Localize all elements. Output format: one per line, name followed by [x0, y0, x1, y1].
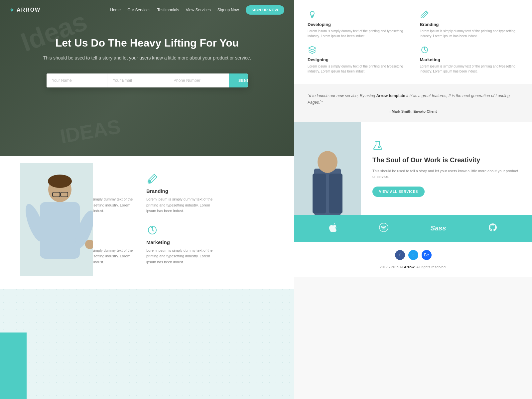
right-marketing-title: Marketing — [420, 57, 519, 62]
right-panel: Developing Lorem ipsum is simply dummy t… — [294, 0, 532, 399]
svg-rect-26 — [313, 174, 326, 213]
logo: ⌖ ARROW — [10, 7, 41, 14]
send-now-button[interactable]: SEND NOW! — [229, 73, 248, 87]
footer-section: f t Be 2017 - 2019 © Arrow. All rights r… — [294, 242, 532, 277]
footer-copyright: 2017 - 2019 © Arrow. All rights reserved… — [308, 265, 519, 269]
brush-icon — [146, 173, 158, 185]
person-svg — [20, 163, 93, 276]
svg-point-22 — [424, 48, 425, 49]
right-services-section: Developing Lorem ipsum is simply dummy t… — [294, 0, 532, 84]
footer-brand: Arrow — [404, 265, 415, 269]
right-service-developing: Developing Lorem ipsum is simply dummy t… — [308, 10, 407, 39]
nav-signup-now[interactable]: Signup Now — [217, 8, 239, 12]
facebook-icon[interactable]: f — [395, 250, 405, 260]
right-branding-title: Branding — [420, 22, 519, 27]
svg-marker-20 — [309, 46, 316, 50]
logo-text: ARROW — [17, 7, 41, 13]
chart-icon — [146, 224, 158, 236]
testimonial-highlight: Arrow template — [376, 93, 405, 98]
nav-links: Home Our Services Testimonials View Serv… — [110, 5, 284, 15]
email-input[interactable] — [107, 73, 168, 87]
svg-point-25 — [318, 151, 337, 173]
person-image — [20, 163, 93, 276]
brands-section: Sass — [294, 215, 532, 242]
right-layers-icon — [308, 45, 317, 55]
logo-icon: ⌖ — [10, 7, 14, 14]
creativity-image — [294, 122, 361, 215]
spotify-logo — [379, 223, 388, 234]
right-developing-desc: Lorem ipsum is simply dummy text of the … — [308, 29, 407, 39]
hero-content: Let Us Do The Heavy Lifting For You This… — [0, 20, 294, 87]
page-wrapper: Ideas IDEAS ⌖ ARROW Home Our Services Te… — [0, 0, 532, 399]
service-marketing-title: Marketing — [146, 239, 213, 245]
right-brush-icon — [420, 10, 429, 19]
sass-logo: Sass — [431, 224, 446, 232]
creativity-person-svg — [294, 122, 361, 215]
right-marketing-desc: Lorem ipsum is simply dummy text of the … — [420, 64, 519, 74]
right-designing-desc: Lorem ipsum is simply dummy text of the … — [308, 64, 407, 74]
creativity-section: The Soul of Our Work is Creativity This … — [294, 122, 532, 215]
svg-point-17 — [310, 11, 314, 15]
hero-form: SEND NOW! — [47, 73, 248, 87]
apple-logo — [329, 223, 337, 234]
svg-point-29 — [378, 147, 379, 148]
flask-icon — [372, 140, 383, 151]
left-panel: Ideas IDEAS ⌖ ARROW Home Our Services Te… — [0, 0, 294, 399]
svg-point-16 — [152, 227, 153, 228]
creativity-desc: This should be used to tell a story and … — [372, 168, 520, 180]
services-section: Developing Lorem ipsum is simply dummy t… — [0, 156, 294, 289]
behance-icon[interactable]: Be — [422, 250, 432, 260]
creativity-content: The Soul of Our Work is Creativity This … — [361, 122, 532, 215]
service-marketing: Marketing Lorem ipsum is simply dummy te… — [146, 224, 213, 265]
right-chart-icon — [420, 45, 429, 55]
hero-section: Ideas IDEAS ⌖ ARROW Home Our Services Te… — [0, 0, 294, 156]
navbar: ⌖ ARROW Home Our Services Testimonials V… — [0, 0, 294, 20]
service-branding-title: Branding — [146, 188, 213, 194]
right-designing-title: Designing — [308, 57, 407, 62]
svg-point-2 — [48, 175, 72, 188]
right-services-grid: Developing Lorem ipsum is simply dummy t… — [308, 10, 519, 74]
svg-rect-3 — [40, 202, 80, 259]
signup-button[interactable]: SIGN UP NOW — [246, 5, 284, 15]
svg-rect-27 — [329, 174, 342, 213]
hero-title: Let Us Do The Heavy Lifting For You — [40, 37, 254, 49]
right-bulb-icon — [308, 10, 317, 19]
hero-subtitle: This should be used to tell a story and … — [40, 54, 254, 62]
right-developing-title: Developing — [308, 22, 407, 27]
nav-testimonials[interactable]: Testimonials — [157, 8, 179, 12]
view-all-services-button[interactable]: VIEW ALL SERVICES — [372, 187, 425, 197]
service-branding: Branding Lorem ipsum is simply dummy tex… — [146, 173, 213, 214]
creativity-title: The Soul of Our Work is Creativity — [372, 156, 520, 164]
nav-view-services[interactable]: View Services — [186, 8, 211, 12]
service-branding-desc: Lorem ipsum is simply dummy text of the … — [146, 197, 213, 214]
twitter-icon[interactable]: t — [408, 250, 418, 260]
phone-input[interactable] — [168, 73, 229, 87]
nav-services[interactable]: Our Services — [127, 8, 150, 12]
social-icons: f t Be — [308, 250, 519, 260]
service-marketing-desc: Lorem ipsum is simply dummy text of the … — [146, 248, 213, 265]
right-service-branding: Branding Lorem ipsum is simply dummy tex… — [420, 10, 519, 39]
right-branding-desc: Lorem ipsum is simply dummy text of the … — [420, 29, 519, 39]
testimonial-text: "d to launch our new service, By using A… — [308, 92, 519, 106]
teal-accent — [0, 332, 27, 399]
right-service-designing: Designing Lorem ipsum is simply dummy te… — [308, 45, 407, 74]
right-service-marketing: Marketing Lorem ipsum is simply dummy te… — [420, 45, 519, 74]
testimonial-author: - Mark Smith, Envato Client — [308, 109, 519, 113]
nav-home[interactable]: Home — [110, 8, 121, 12]
testimonial-section: "d to launch our new service, By using A… — [294, 84, 532, 122]
name-input[interactable] — [47, 73, 107, 87]
github-logo — [488, 223, 497, 234]
